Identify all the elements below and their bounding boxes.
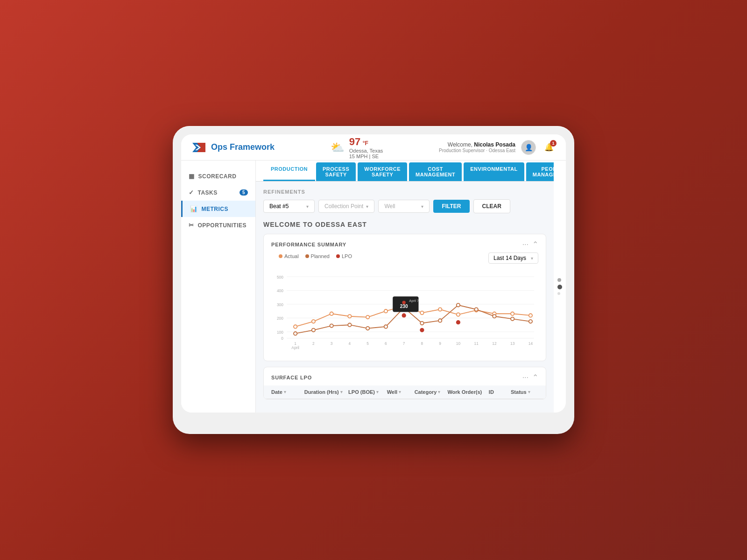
col-well[interactable]: Well ▾ [387,389,415,395]
planned-dot [305,254,309,258]
svg-text:100: 100 [277,330,283,335]
surface-lpo-title: SURFACE LPO [271,375,312,380]
temperature: 97 [349,136,360,147]
svg-text:5: 5 [366,341,369,346]
surface-lpo-header: SURFACE LPO ··· ⌃ [264,367,546,385]
col-duration[interactable]: Duration (Hrs) ▾ [304,389,348,395]
svg-text:0: 0 [281,336,283,341]
sidebar: ▦ SCORECARD ✓ TASKS 5 📊 METRICS ✂ OPPORT… [181,161,256,413]
svg-text:14: 14 [529,341,533,346]
collection-point-filter[interactable]: Collection Point ▾ [318,200,374,213]
status-sort-icon: ▾ [528,390,530,394]
svg-text:7: 7 [403,341,405,346]
svg-point-46 [456,320,460,324]
well-sort-icon: ▾ [399,390,401,394]
header-weather: ⛅ 97 °F Odessa, Texas 15 MPH | SE [275,136,439,159]
category-sort-icon: ▾ [438,390,440,394]
svg-point-44 [402,313,406,317]
time-range-value: Last 14 Days [493,255,526,261]
scroll-indicators [554,161,566,413]
surface-lpo-actions: ··· ⌃ [522,373,538,382]
beat-chevron-icon: ▾ [306,204,309,209]
tablet-inner: Ops Framework ⛅ 97 °F Odessa, Texas 15 M… [181,134,566,413]
surface-lpo-card: SURFACE LPO ··· ⌃ Date ▾ [263,367,546,399]
tab-cost-management[interactable]: COST MANAGEMENT [409,162,462,181]
tab-production[interactable]: PRODUCTION [263,161,315,181]
opportunities-icon: ✂ [189,222,194,229]
svg-text:500: 500 [277,275,283,280]
avatar[interactable]: 👤 [521,140,536,155]
chevron-logo-icon [190,139,207,156]
sidebar-item-metrics[interactable]: 📊 METRICS [181,201,255,217]
surface-lpo-more-icon[interactable]: ··· [522,373,529,382]
clear-button[interactable]: CLEAR [473,199,510,213]
welcome-text: Welcome, Nicolas Posada Production Super… [439,141,515,153]
chart-svg-container: 500 400 300 200 100 0 [271,267,538,353]
tab-people-management[interactable]: PEOPLE MANAGEMENT [526,162,554,181]
col-status[interactable]: Status ▾ [511,389,538,395]
svg-point-35 [384,325,388,328]
svg-point-29 [529,314,532,317]
svg-point-24 [438,308,442,311]
col-date[interactable]: Date ▾ [271,389,304,395]
svg-point-41 [493,315,496,318]
svg-point-30 [294,332,297,335]
tab-process-safety[interactable]: PROCESS SAFETY [316,162,356,181]
well-chevron-icon: ▾ [421,204,423,209]
svg-point-31 [312,329,315,332]
collection-point-chevron-icon: ▾ [366,204,368,209]
notification-badge: 1 [550,140,557,147]
logo-area: Ops Framework [190,139,275,156]
sidebar-item-scorecard[interactable]: ▦ SCORECARD [181,168,255,184]
legend-actual-label: Actual [284,253,299,259]
time-range-chevron-icon: ▾ [531,256,533,261]
svg-text:8: 8 [421,341,423,346]
svg-point-18 [330,312,333,315]
svg-point-39 [457,303,460,307]
legend-actual: Actual [279,253,299,259]
scroll-dot-1 [557,278,561,282]
well-filter[interactable]: Well ▾ [378,200,430,213]
surface-lpo-collapse-icon[interactable]: ⌃ [532,373,538,382]
svg-point-32 [330,324,333,327]
notification-button[interactable]: 🔔 1 [542,140,557,155]
col-category[interactable]: Category ▾ [415,389,448,395]
svg-point-19 [348,315,351,318]
svg-text:12: 12 [492,341,497,346]
sidebar-metrics-label: METRICS [202,206,229,212]
collapse-icon[interactable]: ⌃ [532,240,538,249]
svg-point-20 [366,315,369,319]
svg-text:April: April [291,345,299,350]
tab-environmental[interactable]: ENVIRONMENTAL [464,162,524,181]
main-layout: ▦ SCORECARD ✓ TASKS 5 📊 METRICS ✂ OPPORT… [181,161,566,413]
sidebar-scorecard-label: SCORECARD [198,173,237,180]
svg-text:April 7: April 7 [409,299,419,303]
col-lpo[interactable]: LPO (BOE) ▾ [348,389,387,395]
user-name: Nicolas Posada [474,141,515,148]
svg-point-45 [420,328,424,332]
date-sort-icon: ▾ [284,390,286,394]
tasks-icon: ✓ [189,189,194,196]
welcome-label: Welcome, [448,141,472,148]
svg-point-40 [474,308,478,311]
beat-filter[interactable]: Beat #5 ▾ [263,200,315,213]
svg-point-38 [438,319,442,322]
legend-planned: Planned [305,253,330,259]
time-range-select[interactable]: Last 14 Days ▾ [488,252,538,264]
more-options-icon[interactable]: ··· [522,240,529,249]
svg-text:11: 11 [474,341,479,346]
tablet-frame: Ops Framework ⛅ 97 °F Odessa, Texas 15 M… [173,126,574,434]
sidebar-item-tasks[interactable]: ✓ TASKS 5 [181,184,255,201]
svg-text:6: 6 [385,341,387,346]
header: Ops Framework ⛅ 97 °F Odessa, Texas 15 M… [181,134,566,161]
filter-button[interactable]: FILTER [433,200,469,213]
svg-text:400: 400 [277,288,283,293]
temp-unit: °F [363,140,368,147]
lpo-dot [336,254,340,258]
header-right: Welcome, Nicolas Posada Production Super… [439,140,557,155]
tab-workforce-safety[interactable]: WORKFORCE SAFETY [358,162,407,181]
svg-text:230: 230 [400,304,408,309]
weather-wind: 15 MPH | SE [349,154,383,159]
sidebar-item-opportunities[interactable]: ✂ OPPORTUNITIES [181,217,255,233]
beat-filter-value: Beat #5 [269,203,289,210]
